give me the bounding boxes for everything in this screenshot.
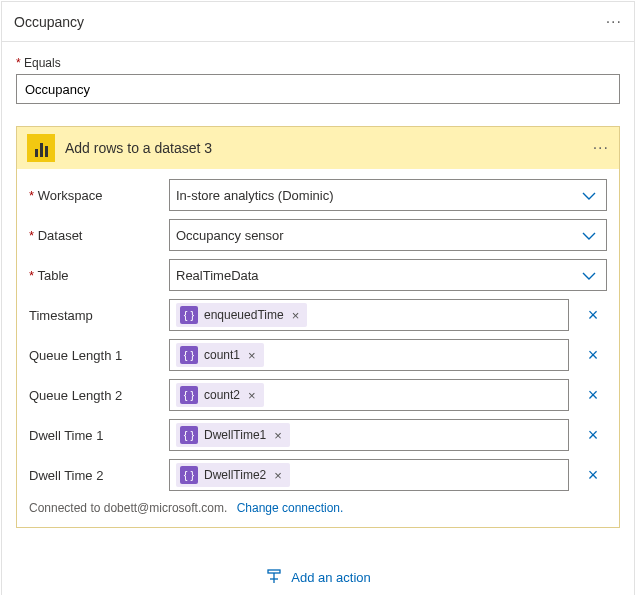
panel-title: Occupancy	[14, 14, 84, 30]
select-dataset-value: Occupancy sensor	[176, 228, 284, 243]
chevron-down-icon	[582, 228, 596, 243]
add-action-button[interactable]: Add an action	[16, 568, 620, 586]
input-dwell2[interactable]: { } DwellTime2 ×	[169, 459, 569, 491]
row-queue2: Queue Length 2 { } count2 × ×	[29, 379, 607, 411]
connected-email: dobett@microsoft.com.	[104, 501, 228, 515]
dynamic-content-icon: { }	[180, 346, 198, 364]
token-label: enqueuedTime	[204, 308, 284, 322]
panel-body: Equals Add rows to a dataset 3 ··· Works…	[2, 42, 634, 595]
action-body: Workspace In-store analytics (Dominic) D…	[17, 169, 619, 527]
add-action-icon	[265, 568, 283, 586]
equals-label: Equals	[16, 56, 620, 70]
equals-input[interactable]	[16, 74, 620, 104]
add-action-label: Add an action	[291, 570, 371, 585]
powerbi-icon	[27, 134, 55, 162]
label-dwell1: Dwell Time 1	[29, 428, 159, 443]
row-dwell2: Dwell Time 2 { } DwellTime2 × ×	[29, 459, 607, 491]
token-label: DwellTime2	[204, 468, 266, 482]
label-queue2: Queue Length 2	[29, 388, 159, 403]
token-dwelltime2[interactable]: { } DwellTime2 ×	[176, 463, 290, 487]
row-queue1: Queue Length 1 { } count1 × ×	[29, 339, 607, 371]
connection-info: Connected to dobett@microsoft.com. Chang…	[29, 501, 607, 515]
dynamic-content-icon: { }	[180, 426, 198, 444]
label-queue1: Queue Length 1	[29, 348, 159, 363]
select-table[interactable]: RealTimeData	[169, 259, 607, 291]
clear-queue1-icon[interactable]: ×	[579, 345, 607, 366]
occupancy-panel: Occupancy ··· Equals Add rows to a datas…	[1, 1, 635, 595]
input-dwell1[interactable]: { } DwellTime1 ×	[169, 419, 569, 451]
token-remove-icon[interactable]: ×	[246, 388, 258, 403]
row-dwell1: Dwell Time 1 { } DwellTime1 × ×	[29, 419, 607, 451]
action-card: Add rows to a dataset 3 ··· Workspace In…	[16, 126, 620, 528]
input-queue1[interactable]: { } count1 ×	[169, 339, 569, 371]
token-label: count1	[204, 348, 240, 362]
select-workspace-value: In-store analytics (Dominic)	[176, 188, 334, 203]
label-workspace: Workspace	[29, 188, 159, 203]
svg-rect-0	[268, 570, 280, 573]
change-connection-link[interactable]: Change connection.	[237, 501, 344, 515]
input-timestamp[interactable]: { } enqueuedTime ×	[169, 299, 569, 331]
token-count2[interactable]: { } count2 ×	[176, 383, 264, 407]
clear-queue2-icon[interactable]: ×	[579, 385, 607, 406]
select-workspace[interactable]: In-store analytics (Dominic)	[169, 179, 607, 211]
token-count1[interactable]: { } count1 ×	[176, 343, 264, 367]
token-remove-icon[interactable]: ×	[272, 428, 284, 443]
label-timestamp: Timestamp	[29, 308, 159, 323]
chevron-down-icon	[582, 188, 596, 203]
connected-prefix: Connected to	[29, 501, 104, 515]
clear-dwell2-icon[interactable]: ×	[579, 465, 607, 486]
action-header[interactable]: Add rows to a dataset 3 ···	[17, 127, 619, 169]
row-workspace: Workspace In-store analytics (Dominic)	[29, 179, 607, 211]
token-remove-icon[interactable]: ×	[272, 468, 284, 483]
input-queue2[interactable]: { } count2 ×	[169, 379, 569, 411]
row-table: Table RealTimeData	[29, 259, 607, 291]
clear-dwell1-icon[interactable]: ×	[579, 425, 607, 446]
select-table-value: RealTimeData	[176, 268, 259, 283]
action-title: Add rows to a dataset 3	[65, 140, 212, 156]
token-label: count2	[204, 388, 240, 402]
dynamic-content-icon: { }	[180, 306, 198, 324]
row-timestamp: Timestamp { } enqueuedTime × ×	[29, 299, 607, 331]
panel-header: Occupancy ···	[2, 2, 634, 42]
token-dwelltime1[interactable]: { } DwellTime1 ×	[176, 423, 290, 447]
token-label: DwellTime1	[204, 428, 266, 442]
row-dataset: Dataset Occupancy sensor	[29, 219, 607, 251]
label-dwell2: Dwell Time 2	[29, 468, 159, 483]
select-dataset[interactable]: Occupancy sensor	[169, 219, 607, 251]
panel-menu-icon[interactable]: ···	[606, 13, 622, 31]
token-remove-icon[interactable]: ×	[246, 348, 258, 363]
label-table: Table	[29, 268, 159, 283]
action-menu-icon[interactable]: ···	[593, 139, 609, 157]
token-remove-icon[interactable]: ×	[290, 308, 302, 323]
dynamic-content-icon: { }	[180, 386, 198, 404]
label-dataset: Dataset	[29, 228, 159, 243]
token-enqueuedtime[interactable]: { } enqueuedTime ×	[176, 303, 307, 327]
chevron-down-icon	[582, 268, 596, 283]
dynamic-content-icon: { }	[180, 466, 198, 484]
clear-timestamp-icon[interactable]: ×	[579, 305, 607, 326]
